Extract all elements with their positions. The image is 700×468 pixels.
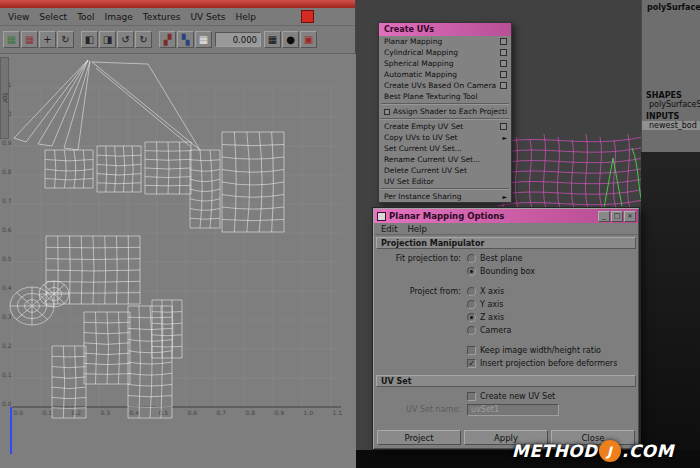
form-row: ✓Insert projection before deformers [375,357,637,370]
option-box-icon[interactable] [500,123,507,130]
project-from-label: Project from: [375,287,467,296]
option-box-icon[interactable] [500,38,507,45]
menu-uv-sets[interactable]: UV Sets [185,10,230,24]
shapes-header: SHAPES [642,91,700,100]
checkbox-label-keep-image-width-height-ratio[interactable]: Keep image width/height ratio [480,346,601,355]
red-square-icon[interactable] [301,10,314,23]
options-window-titlebar[interactable]: Planar Mapping Options _ □ × [374,209,638,223]
rotate-uv-tool-icon[interactable]: ↻ [57,31,74,48]
create-uvs-menu-titlebar[interactable]: Create UVs [379,23,511,36]
menu-item-create-uvs-based-on-camera[interactable]: Create UVs Based On Camera [379,80,511,91]
display-red-channel-icon-glyph: ▣ [304,35,313,45]
svg-text:0.9: 0.9 [275,409,285,416]
option-box-icon[interactable] [500,60,507,67]
select-shell-icon[interactable]: ▦ [21,31,38,48]
cut-uv-edges-icon-glyph: ▞ [164,35,172,45]
fit-projection-label: Fit projection to: [375,254,467,263]
options-menu-help[interactable]: Help [402,224,431,234]
menu-item-assign-shader-to-each-projection[interactable]: Assign Shader to Each Projection [379,106,511,117]
uv-lattice-icon[interactable]: ▦ [195,31,212,48]
menu-item-planar-mapping[interactable]: Planar Mapping [379,36,511,47]
menu-tool[interactable]: Tool [72,10,99,24]
radio-camera[interactable] [467,326,476,335]
camera-image-icon-glyph: ● [286,35,295,45]
menu-select[interactable]: Select [34,10,72,24]
uv-wireframe [10,60,284,418]
menu-item-rename-current-uv-set[interactable]: Rename Current UV Set... [379,154,511,165]
radio-label-y-axis[interactable]: Y axis [480,300,503,309]
menu-view[interactable]: View [3,10,34,24]
option-box-icon[interactable] [500,49,507,56]
menu-checkbox-icon[interactable] [384,109,390,115]
input-node-item[interactable]: newest_bod [642,121,700,130]
menu-image[interactable]: Image [100,10,138,24]
radio-label-best-plane[interactable]: Best plane [480,254,522,263]
maximize-button[interactable]: □ [611,211,623,222]
flip-u-icon[interactable]: ◧ [81,31,98,48]
panel-side-tab[interactable]: tor [0,57,9,139]
menu-help[interactable]: Help [231,10,262,24]
checkbox-label-insert-projection-before-deformers[interactable]: Insert projection before deformers [480,359,617,368]
checkbox-create-new-uv-set[interactable] [467,392,476,401]
cut-uv-edges-icon[interactable]: ▞ [159,31,176,48]
radio-label-camera[interactable]: Camera [480,326,511,335]
menu-item-label: UV Set Editor [384,177,507,186]
attribute-panel-background [641,152,700,468]
menu-item-spherical-mapping[interactable]: Spherical Mapping [379,58,511,69]
radio-best-plane[interactable] [467,254,476,263]
camera-image-icon[interactable]: ● [282,31,299,48]
radio-z-axis[interactable] [467,313,476,322]
menu-item-label: Planar Mapping [384,37,500,46]
menu-item-create-empty-uv-set[interactable]: Create Empty UV Set [379,121,511,132]
options-menu-edit[interactable]: Edit [376,224,402,234]
radio-bounding-box[interactable] [467,267,476,276]
rotate-uv-tool-icon-glyph: ↻ [61,35,69,45]
rotate-cw-icon[interactable]: ↻ [135,31,152,48]
option-box-icon[interactable] [500,71,507,78]
menu-item-per-instance-sharing[interactable]: Per Instance Sharing► [379,191,511,202]
menu-item-uv-set-editor[interactable]: UV Set Editor [379,176,511,187]
radio-label-z-axis[interactable]: Z axis [480,313,504,322]
radio-label-bounding-box[interactable]: Bounding box [480,267,535,276]
radio-x-axis[interactable] [467,287,476,296]
menu-textures[interactable]: Textures [138,10,186,24]
inputs-header: INPUTS [642,112,700,121]
move-uv-tool-icon[interactable]: + [39,31,56,48]
menu-item-label: Spherical Mapping [384,59,500,68]
svg-text:0.6: 0.6 [188,409,198,416]
project-button[interactable]: Project [377,430,461,445]
channel-object-name[interactable]: polySurface1 [642,0,700,12]
menu-item-label: Copy UVs to UV Set [384,133,502,142]
shape-node-item[interactable]: polySurfaceSh [642,100,700,109]
close-button[interactable]: × [624,211,636,222]
sew-uv-edges-icon[interactable]: ▚ [177,31,194,48]
minimize-button[interactable]: _ [598,211,610,222]
rotate-ccw-icon[interactable]: ↺ [117,31,134,48]
select-faces-icon[interactable]: ▦ [3,31,20,48]
checkbox-insert-projection-before-deformers[interactable]: ✓ [467,359,476,368]
uv-canvas[interactable]: 1.11.00.90.80.70.60.50.40.30.20.10.00.00… [0,54,356,468]
uv-set-name-input[interactable]: uvSet1 [467,404,559,416]
form-row: Keep image width/height ratio [375,344,637,357]
section-projection-manipulator[interactable]: Projection Manipulator [376,237,636,249]
menu-item-copy-uvs-to-uv-set[interactable]: Copy UVs to UV Set► [379,132,511,143]
menu-item-set-current-uv-set[interactable]: Set Current UV Set... [379,143,511,154]
option-box-icon[interactable] [500,82,507,89]
uv-set-form: Create new UV SetUV Set name:uvSet1 [375,390,637,416]
menu-item-best-plane-texturing-tool[interactable]: Best Plane Texturing Tool [379,91,511,102]
display-red-channel-icon[interactable]: ▣ [300,31,317,48]
checkbox-keep-image-width-height-ratio[interactable] [467,346,476,355]
uv-window-titlebar[interactable] [0,0,355,8]
flip-v-icon[interactable]: ◨ [99,31,116,48]
menu-item-automatic-mapping[interactable]: Automatic Mapping [379,69,511,80]
flip-v-icon-glyph: ◨ [103,35,112,45]
uv-value-field[interactable]: 0.000 [215,32,261,47]
checkbox-label-create-new-uv-set[interactable]: Create new UV Set [480,392,555,401]
grid-snap-icon[interactable]: ▦ [264,31,281,48]
move-uv-tool-icon-glyph: + [43,35,51,45]
menu-item-cylindrical-mapping[interactable]: Cylindrical Mapping [379,47,511,58]
radio-label-x-axis[interactable]: X axis [480,287,504,296]
menu-item-delete-current-uv-set[interactable]: Delete Current UV Set [379,165,511,176]
radio-y-axis[interactable] [467,300,476,309]
section-uv-set[interactable]: UV Set [376,375,636,387]
